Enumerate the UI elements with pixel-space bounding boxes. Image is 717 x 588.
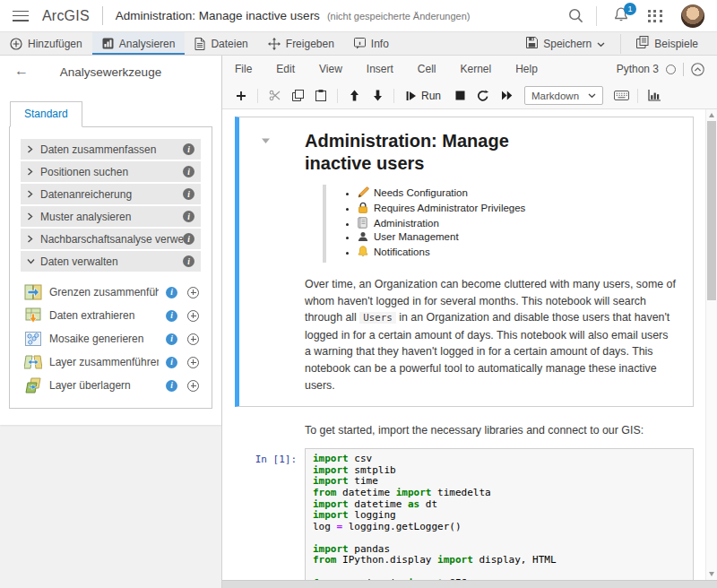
- user-icon: [358, 231, 370, 246]
- add-tool-icon[interactable]: [187, 357, 199, 368]
- inline-code: Users: [359, 312, 396, 324]
- chevron-right-icon: [27, 235, 37, 243]
- code-line: from arcgis.gis import GIS: [313, 578, 686, 580]
- share-icon: [268, 38, 281, 50]
- examples-button[interactable]: Beispiele: [628, 32, 706, 55]
- tool-info-icon[interactable]: i: [166, 380, 177, 392]
- kernel-name: Python 3: [617, 63, 659, 75]
- markdown-cell-title[interactable]: Administration: Manage inactive users Ne…: [235, 117, 694, 407]
- notebook-menu-view[interactable]: View: [319, 63, 342, 75]
- search-icon[interactable]: [562, 3, 589, 30]
- tool-info-icon[interactable]: i: [166, 310, 177, 322]
- notebook-menu-cell[interactable]: Cell: [418, 63, 436, 75]
- notebook-content-area: Administration: Manage inactive users Ne…: [222, 109, 717, 580]
- notebook-heading: Administration: Manage inactive users: [305, 130, 578, 175]
- ribbon-tab-freigeben[interactable]: Freigeben: [258, 32, 344, 55]
- paste-cell-button[interactable]: [309, 86, 333, 105]
- document-title: Administration: Manage inactive users: [116, 9, 320, 22]
- restart-kernel-button[interactable]: [471, 86, 495, 105]
- sidebar-category[interactable]: Positionen suchen i: [21, 161, 201, 182]
- variable-inspector-button[interactable]: [643, 86, 666, 105]
- ribbon-tab-analysieren[interactable]: Analysieren: [92, 32, 186, 55]
- add-cell-button[interactable]: [229, 86, 253, 105]
- cell-type-dropdown[interactable]: Markdown: [524, 86, 603, 105]
- badge-item: Needs Configuration: [358, 186, 684, 202]
- add-tool-icon[interactable]: [187, 333, 199, 345]
- command-palette-button[interactable]: [609, 86, 633, 105]
- user-avatar[interactable]: [681, 4, 704, 28]
- move-cell-up-button[interactable]: [342, 86, 366, 105]
- horizontal-scrollbar-track[interactable]: [222, 580, 717, 588]
- tool-info-icon[interactable]: i: [166, 357, 177, 368]
- add-tool-icon[interactable]: [187, 287, 199, 298]
- sidebar-category[interactable]: Datenanreicherung i: [21, 184, 201, 204]
- collapse-heading-caret-icon[interactable]: [261, 132, 271, 148]
- vertical-scrollbar[interactable]: [705, 109, 717, 580]
- code-cell[interactable]: In [1]: import csvimport smtplibimport t…: [235, 448, 694, 580]
- tab-standard[interactable]: Standard: [10, 101, 82, 127]
- scroll-down-arrow-icon[interactable]: [709, 572, 714, 576]
- add-tool-icon[interactable]: [187, 310, 199, 322]
- sidebar-category[interactable]: Muster analysieren i: [21, 206, 201, 227]
- back-arrow-icon[interactable]: ←: [14, 62, 29, 80]
- ribbon-tab-info[interactable]: Info: [344, 32, 399, 55]
- notifications-bell-icon[interactable]: 1: [608, 3, 635, 30]
- stop-kernel-button[interactable]: [448, 86, 471, 105]
- notebook-menu-kernel[interactable]: Kernel: [461, 63, 492, 75]
- sidebar-category[interactable]: Nachbarschaftsanalyse verwenden i: [21, 229, 201, 249]
- scrollbar-thumb[interactable]: [707, 121, 716, 300]
- code-editor[interactable]: import csvimport smtplibimport timefrom …: [305, 448, 694, 580]
- sidebar-category[interactable]: Daten zusammenfassen i: [21, 139, 201, 160]
- chevron-down-icon: [597, 38, 605, 50]
- tool-item[interactable]: Grenzen zusammenführen i: [24, 281, 199, 304]
- save-button[interactable]: Speichern: [518, 32, 613, 55]
- cut-cell-button[interactable]: [263, 86, 286, 105]
- tool-item[interactable]: Layer überlagern i: [24, 374, 199, 397]
- collapse-header-icon[interactable]: [691, 63, 704, 76]
- category-info-icon[interactable]: i: [183, 188, 194, 200]
- category-info-icon[interactable]: i: [183, 211, 194, 222]
- intro-paragraph: Over time, an Organization can become cl…: [305, 276, 677, 393]
- add-tool-icon[interactable]: [187, 380, 199, 392]
- tool-item[interactable]: Daten extrahieren i: [24, 304, 199, 327]
- lock-icon: [358, 202, 370, 217]
- badge-item: Administration: [358, 217, 684, 232]
- app-launcher-icon[interactable]: [642, 3, 669, 30]
- info-bubble-icon: [354, 38, 366, 49]
- chevron-right-icon: [27, 212, 37, 220]
- overlay-layers-icon: [24, 376, 42, 394]
- ribbon-tab-hinzufügen[interactable]: Hinzufügen: [0, 32, 92, 55]
- run-cell-button[interactable]: Run: [399, 86, 448, 105]
- unsaved-changes-label: (nicht gespeicherte Änderungen): [327, 11, 471, 22]
- category-info-icon[interactable]: i: [183, 233, 194, 245]
- pencil-icon: [358, 186, 370, 202]
- scroll-up-arrow-icon[interactable]: [709, 113, 714, 117]
- tool-item[interactable]: Layer zusammenführen i: [24, 350, 199, 374]
- input-prompt: In [1]:: [255, 454, 297, 465]
- merge-boundaries-icon: [24, 283, 42, 301]
- tool-info-icon[interactable]: i: [166, 287, 177, 298]
- category-info-icon[interactable]: i: [183, 166, 194, 177]
- copy-cell-button[interactable]: [286, 86, 309, 105]
- restart-run-all-button[interactable]: [495, 86, 518, 105]
- hamburger-menu-icon[interactable]: [13, 11, 29, 22]
- ribbon-divider: [620, 34, 621, 54]
- notebook-menu-insert[interactable]: Insert: [367, 63, 393, 75]
- category-info-icon[interactable]: i: [183, 143, 194, 155]
- notification-badge: 1: [624, 3, 636, 15]
- markdown-cell-get-started[interactable]: To get started, import the necessary lib…: [235, 424, 694, 437]
- run-icon: [406, 91, 417, 101]
- tool-info-icon[interactable]: i: [166, 333, 177, 345]
- tool-item[interactable]: Mosaike generieren i: [24, 327, 199, 350]
- menubar-divider: [683, 63, 684, 76]
- tools-panel: Daten zusammenfassen i Positionen suchen…: [9, 126, 212, 409]
- ribbon-tab-dateien[interactable]: Dateien: [185, 32, 257, 55]
- notebook-menu-file[interactable]: File: [235, 63, 252, 75]
- chevron-right-icon: [27, 190, 37, 198]
- sidebar-category[interactable]: Daten verwalten i: [21, 251, 201, 272]
- notebook-menu-edit[interactable]: Edit: [276, 63, 295, 75]
- move-cell-down-button[interactable]: [366, 86, 389, 105]
- category-info-icon[interactable]: i: [183, 255, 194, 267]
- jupyter-notebook: FileEditViewInsertCellKernelHelp Python …: [222, 56, 717, 588]
- notebook-menu-help[interactable]: Help: [515, 63, 538, 75]
